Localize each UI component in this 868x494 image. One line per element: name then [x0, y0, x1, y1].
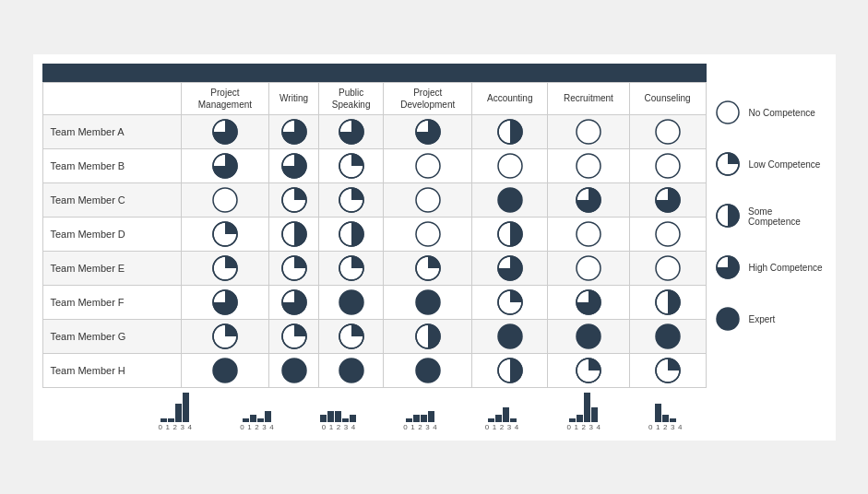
pie-chart	[321, 187, 381, 213]
pie-chart	[550, 358, 627, 383]
pie-chart	[386, 119, 470, 145]
col-header-recruitment: Recruitment	[548, 82, 630, 114]
row-label: Team Member A	[42, 114, 181, 148]
bar	[406, 418, 412, 422]
legend-item: No Competence	[716, 100, 826, 126]
axis-label: 2	[580, 423, 587, 431]
row-label: Team Member H	[42, 353, 181, 387]
axis-label: 0	[565, 423, 572, 431]
pie-chart	[474, 358, 545, 383]
pie-chart	[386, 289, 470, 315]
skill-cell	[629, 319, 706, 353]
pie-chart	[474, 187, 545, 213]
axis-label: 4	[514, 423, 520, 431]
skill-cell	[548, 285, 630, 319]
bars-row	[161, 390, 189, 422]
pie-chart	[386, 153, 470, 179]
skills-container: ProjectManagementWritingPublicSpeakingPr…	[33, 54, 836, 441]
pie-chart	[474, 289, 545, 315]
pie-chart	[632, 221, 704, 247]
table-area: ProjectManagementWritingPublicSpeakingPr…	[42, 64, 707, 431]
bar-group: 01234	[461, 390, 543, 431]
pie-chart	[321, 255, 381, 281]
axis-label: 4	[432, 423, 438, 431]
row-label: Team Member D	[42, 217, 181, 251]
bars-row	[406, 390, 434, 422]
axis-label: 3	[342, 423, 349, 431]
svg-point-54	[577, 256, 600, 280]
pie-chart	[271, 153, 316, 179]
pie-chart	[386, 221, 470, 247]
bars-row	[655, 390, 676, 422]
bar	[250, 415, 256, 422]
chart-title	[42, 64, 707, 82]
skill-cell	[629, 217, 706, 251]
bar	[503, 407, 509, 422]
axis-label: 4	[595, 423, 601, 431]
table-row: Team Member C	[42, 182, 706, 217]
skill-cell	[548, 251, 630, 285]
skill-cell	[319, 353, 384, 387]
skill-cell	[548, 114, 630, 148]
pie-chart	[271, 323, 316, 349]
pie-chart	[271, 119, 316, 145]
skill-cell	[384, 319, 472, 353]
bar-group: 01234	[216, 390, 298, 431]
skills-table: ProjectManagementWritingPublicSpeakingPr…	[42, 82, 707, 388]
svg-point-76	[498, 324, 522, 348]
svg-point-28	[498, 188, 522, 212]
svg-point-55	[656, 256, 680, 280]
col-header-project_development: ProjectDevelopment	[384, 82, 472, 114]
row-label: Team Member E	[42, 251, 181, 285]
axis-label: 1	[327, 423, 334, 431]
skill-cell	[181, 319, 268, 353]
bar-chart-section: 01234012340123401234012340123401234	[42, 390, 707, 431]
bar	[569, 418, 576, 422]
legend-label: High Competence	[749, 263, 823, 273]
skill-cell	[384, 217, 472, 251]
skill-cell	[472, 182, 548, 217]
svg-point-10	[577, 120, 600, 144]
axis-label: 1	[164, 423, 171, 431]
skill-cell	[384, 148, 472, 182]
skill-cell	[548, 217, 630, 251]
axis-label: 3	[506, 423, 513, 431]
svg-point-60	[339, 290, 363, 314]
bar	[327, 411, 334, 422]
skill-cell	[472, 114, 548, 148]
pie-chart	[321, 221, 381, 247]
skill-cell	[548, 319, 630, 353]
pie-chart	[271, 289, 316, 315]
svg-point-19	[498, 154, 522, 178]
svg-point-61	[416, 290, 440, 314]
pie-chart	[550, 255, 627, 281]
skill-cell	[548, 182, 630, 217]
pie-chart	[386, 187, 470, 213]
axis-label: 0	[239, 423, 245, 431]
bar	[350, 415, 356, 422]
pie-chart	[632, 255, 704, 281]
pie-chart	[271, 221, 316, 247]
pie-chart	[321, 323, 381, 349]
skill-cell	[629, 182, 706, 217]
row-label: Team Member C	[42, 182, 181, 217]
bar-group: 01234	[298, 390, 380, 431]
axis-label: 0	[402, 423, 409, 431]
skill-cell	[629, 285, 706, 319]
bar	[257, 418, 264, 422]
legend-item: Some Competence	[716, 204, 826, 229]
skill-cell	[181, 182, 268, 217]
bar	[577, 415, 583, 422]
skill-cell	[181, 285, 268, 319]
axis-label: 4	[677, 423, 684, 431]
skill-cell	[269, 148, 319, 182]
axis-label: 2	[417, 423, 423, 431]
bar	[320, 415, 327, 422]
pie-chart	[321, 153, 381, 179]
axis-labels: 01234	[648, 423, 684, 431]
skill-cell	[319, 217, 384, 251]
legend-label: Some Competence	[748, 206, 826, 227]
empty-header	[42, 82, 181, 114]
bar	[655, 404, 661, 422]
bar	[161, 418, 167, 422]
